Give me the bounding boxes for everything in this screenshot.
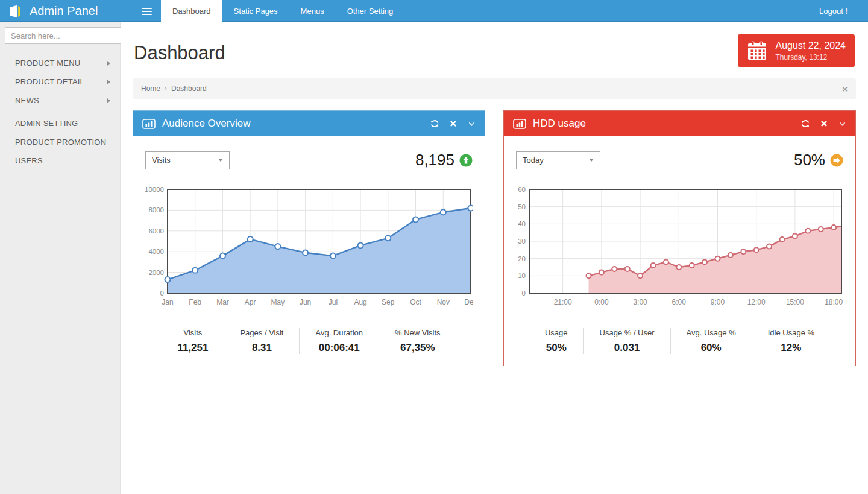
x-tick-label: Jul xyxy=(329,298,338,306)
close-button[interactable] xyxy=(450,120,457,127)
refresh-icon xyxy=(430,119,439,128)
x-tick-label: Dec xyxy=(464,298,473,306)
data-point-marker xyxy=(805,229,810,233)
x-tick-label: 21:00 xyxy=(554,298,572,306)
hamburger-menu-icon[interactable] xyxy=(142,6,152,17)
stat-item: Pages / Visit 8.31 xyxy=(224,328,299,354)
data-point-marker xyxy=(330,253,336,259)
x-tick-label: 12:00 xyxy=(747,298,766,306)
sidebar-item-product-detail[interactable]: PRODUCT DETAIL xyxy=(0,72,120,91)
data-point-marker xyxy=(793,233,797,238)
x-tick-label: Mar xyxy=(216,298,229,306)
refresh-button[interactable] xyxy=(430,119,439,128)
stat-label: Avg. Duration xyxy=(315,328,363,337)
close-icon xyxy=(450,120,457,127)
sidebar-item-product-menu[interactable]: PRODUCT MENU xyxy=(0,54,120,72)
sidebar-item-label: PRODUCT PROMOTION xyxy=(15,138,106,147)
date-text: August 22, 2024 xyxy=(775,40,846,51)
collapse-button[interactable] xyxy=(468,120,476,128)
caret-down-icon xyxy=(218,159,223,162)
stat-label: Usage % / User xyxy=(600,328,655,337)
chevron-down-icon xyxy=(838,120,846,128)
tab-dashboard[interactable]: Dashboard xyxy=(161,0,222,22)
stats-row: Visits 11,251 Pages / Visit 8.31 Avg. Du… xyxy=(145,328,473,354)
x-tick-label: Feb xyxy=(189,298,201,306)
refresh-button[interactable] xyxy=(801,119,810,128)
close-button[interactable] xyxy=(820,120,828,127)
caret-down-icon xyxy=(589,159,594,162)
data-point-marker xyxy=(599,270,604,275)
top-nav-tabs: Dashboard Static Pages Menus Other Setti… xyxy=(161,0,404,22)
visits-dropdown[interactable]: Visits xyxy=(145,151,230,169)
data-point-marker xyxy=(741,249,746,254)
sidebar-item-label: PRODUCT MENU xyxy=(15,59,80,68)
stat-value: 0.031 xyxy=(600,342,655,354)
brand[interactable]: Admin Panel xyxy=(0,0,121,22)
book-logo-icon xyxy=(8,4,24,19)
breadcrumb: Home › Dashboard × xyxy=(133,78,856,99)
y-tick-label: 10 xyxy=(518,272,526,279)
data-point-marker xyxy=(468,206,473,211)
data-point-marker xyxy=(831,225,836,230)
collapse-button[interactable] xyxy=(838,120,846,128)
data-point-marker xyxy=(819,227,823,232)
sidebar-item-label: NEWS xyxy=(15,96,39,105)
tab-other-setting[interactable]: Other Setting xyxy=(336,0,405,22)
sidebar-item-product-promotion[interactable]: PRODUCT PROMOTION xyxy=(0,133,120,151)
breadcrumb-home[interactable]: Home xyxy=(141,84,160,93)
y-tick-label: 10000 xyxy=(145,186,164,193)
sidebar-item-users[interactable]: USERS xyxy=(0,151,120,170)
data-point-marker xyxy=(715,256,720,261)
data-point-marker xyxy=(664,259,668,264)
sidebar-item-news[interactable]: NEWS xyxy=(0,91,120,110)
metric-value: 8,195 xyxy=(415,151,454,169)
sidebar: PRODUCT MENU PRODUCT DETAIL NEWS ADMIN S… xyxy=(0,22,121,494)
close-icon xyxy=(820,120,828,127)
arrow-up-circle-icon xyxy=(459,154,473,167)
data-point-marker xyxy=(690,263,694,268)
dashboard-panels: Audience Overview xyxy=(133,110,856,366)
y-tick-label: 30 xyxy=(518,238,526,245)
x-tick-label: Sep xyxy=(382,298,395,306)
stat-item: Avg. Usage % 60% xyxy=(670,328,752,354)
search-input[interactable] xyxy=(5,27,122,44)
refresh-icon xyxy=(801,119,810,128)
audience-overview-panel: Audience Overview xyxy=(133,110,485,366)
sidebar-item-admin-setting[interactable]: ADMIN SETTING xyxy=(0,114,120,133)
x-tick-label: May xyxy=(271,298,285,306)
sidebar-menu: PRODUCT MENU PRODUCT DETAIL NEWS ADMIN S… xyxy=(0,54,120,170)
data-point-marker xyxy=(767,244,772,249)
data-point-marker xyxy=(728,253,733,258)
hdd-usage-panel: HDD usage xyxy=(503,110,856,366)
panel-header: Audience Overview xyxy=(133,111,485,136)
data-point-marker xyxy=(413,217,418,222)
stat-item: Idle Usage % 12% xyxy=(752,328,830,354)
tab-static-pages[interactable]: Static Pages xyxy=(222,0,289,22)
bar-chart-icon xyxy=(513,119,526,129)
data-point-marker xyxy=(248,236,253,242)
today-dropdown[interactable]: Today xyxy=(516,151,600,169)
y-tick-label: 2000 xyxy=(148,269,164,276)
data-point-marker xyxy=(358,242,363,248)
breadcrumb-close-icon[interactable]: × xyxy=(842,84,848,94)
x-tick-label: Jun xyxy=(300,298,311,306)
x-tick-label: 15:00 xyxy=(786,298,804,306)
metric: 50% xyxy=(794,151,843,169)
logout-link[interactable]: Logout ! xyxy=(819,7,848,16)
data-point-marker xyxy=(780,237,785,242)
y-tick-label: 60 xyxy=(518,186,526,193)
tab-menus[interactable]: Menus xyxy=(289,0,336,22)
panel-tools xyxy=(801,119,846,128)
date-widget: August 22, 2024 Thursday, 13:12 xyxy=(738,34,855,67)
x-tick-label: Oct xyxy=(410,298,421,306)
arrow-right-circle-icon xyxy=(830,154,843,167)
x-tick-label: 18:00 xyxy=(825,298,843,306)
metric-value: 50% xyxy=(794,151,825,169)
data-point-marker xyxy=(702,259,707,264)
stat-value: 50% xyxy=(545,342,568,354)
x-tick-label: Apr xyxy=(245,298,256,306)
date-subtext: Thursday, 13:12 xyxy=(775,53,846,62)
x-tick-label: 3:00 xyxy=(633,298,647,306)
stat-label: Avg. Usage % xyxy=(687,328,736,337)
panel-title: Audience Overview xyxy=(162,118,250,130)
